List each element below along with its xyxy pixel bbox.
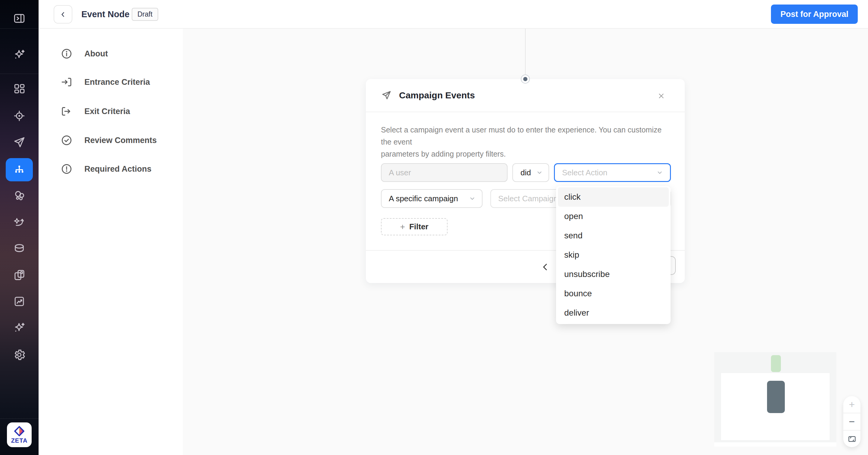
app-root: Event Node Draft Post for Approval bbox=[0, 0, 868, 455]
dropdown-option-deliver[interactable]: deliver bbox=[558, 303, 669, 322]
send-icon[interactable] bbox=[12, 136, 26, 149]
node-connector-handle[interactable] bbox=[521, 75, 530, 84]
copy-stack-icon[interactable] bbox=[12, 268, 26, 282]
panel-toggle-icon[interactable] bbox=[12, 11, 26, 25]
dropdown-option-unsubscribe[interactable]: unsubscribe bbox=[558, 265, 669, 284]
add-filter-button[interactable]: + Filter bbox=[381, 218, 447, 235]
node-settings-nav: About Entrance Criteria Exit Criteria Re… bbox=[38, 29, 183, 455]
status-badge: Draft bbox=[132, 8, 158, 21]
plus-icon: + bbox=[400, 222, 405, 232]
app-rail: ZETA bbox=[0, 0, 38, 455]
nav-item-exit-criteria[interactable]: Exit Criteria bbox=[38, 102, 183, 120]
page-title: Event Node bbox=[82, 0, 130, 29]
close-button[interactable] bbox=[656, 91, 666, 101]
close-icon bbox=[657, 92, 665, 100]
dropdown-option-click[interactable]: click bbox=[558, 188, 669, 207]
dashboard-icon[interactable] bbox=[12, 82, 26, 96]
verb-select[interactable]: did bbox=[513, 163, 549, 182]
ai-sparkle-icon[interactable] bbox=[12, 48, 26, 62]
info-icon bbox=[60, 47, 73, 60]
modal-title: Campaign Events bbox=[399, 90, 475, 101]
sparkles-icon[interactable] bbox=[12, 321, 26, 335]
action-dropdown-menu: click open send skip unsubscribe bounce … bbox=[556, 186, 671, 324]
minimap-node-green bbox=[771, 355, 781, 372]
campaign-scope-select[interactable]: A specific campaign bbox=[381, 189, 483, 208]
alert-circle-icon bbox=[60, 163, 73, 175]
minimap-area bbox=[714, 352, 836, 442]
previous-step-button[interactable] bbox=[539, 258, 552, 276]
target-icon[interactable] bbox=[12, 109, 26, 123]
chevron-left-icon bbox=[59, 11, 67, 18]
zeta-wordmark: ZETA bbox=[11, 437, 28, 444]
chevron-down-icon bbox=[536, 169, 543, 176]
dropdown-option-skip[interactable]: skip bbox=[558, 245, 669, 265]
journey-path-icon[interactable] bbox=[12, 215, 26, 229]
modal-header: Campaign Events bbox=[366, 79, 685, 112]
nav-item-label: About bbox=[84, 49, 108, 59]
dropdown-option-send[interactable]: send bbox=[558, 226, 669, 245]
fit-view-button[interactable] bbox=[843, 430, 861, 447]
nav-item-about[interactable]: About bbox=[38, 45, 183, 63]
zoom-out-button[interactable]: − bbox=[843, 413, 861, 430]
dropdown-option-open[interactable]: open bbox=[558, 207, 669, 226]
nav-item-label: Required Actions bbox=[84, 165, 152, 174]
sitemap-icon bbox=[13, 163, 26, 176]
modal-description: Select a campaign event a user must do t… bbox=[381, 124, 672, 160]
nav-item-label: Entrance Criteria bbox=[84, 78, 150, 87]
nav-item-required-actions[interactable]: Required Actions bbox=[38, 160, 183, 178]
action-select[interactable]: Select Action bbox=[554, 163, 671, 182]
nav-item-review-comments[interactable]: Review Comments bbox=[38, 131, 183, 149]
rail-divider bbox=[0, 28, 38, 29]
node-connector-line bbox=[525, 29, 526, 76]
enter-icon bbox=[60, 76, 73, 88]
fit-view-icon bbox=[847, 434, 857, 444]
chevron-down-icon bbox=[469, 195, 476, 202]
rail-divider bbox=[0, 74, 38, 74]
database-icon[interactable] bbox=[12, 241, 26, 255]
chevron-left-icon bbox=[541, 262, 550, 272]
check-circle-icon bbox=[60, 134, 73, 147]
canvas-minimap[interactable] bbox=[714, 352, 836, 447]
back-button[interactable] bbox=[54, 5, 72, 24]
post-for-approval-button[interactable]: Post for Approval bbox=[771, 4, 858, 24]
zeta-diamond-icon bbox=[13, 425, 25, 437]
zeta-logo[interactable]: ZETA bbox=[7, 422, 32, 447]
zoom-in-button[interactable]: + bbox=[843, 396, 861, 413]
exit-icon bbox=[60, 105, 73, 118]
settings-gear-icon[interactable] bbox=[12, 348, 26, 362]
nav-item-entrance-criteria[interactable]: Entrance Criteria bbox=[38, 73, 183, 91]
top-header: Event Node Draft Post for Approval bbox=[38, 0, 868, 29]
dropdown-option-bounce[interactable]: bounce bbox=[558, 284, 669, 303]
send-icon bbox=[381, 90, 392, 101]
nav-item-label: Review Comments bbox=[84, 136, 157, 145]
rail-divider bbox=[0, 419, 38, 419]
chevron-down-icon bbox=[656, 169, 663, 176]
journeys-active-item[interactable] bbox=[6, 158, 33, 181]
nav-item-label: Exit Criteria bbox=[84, 107, 130, 116]
minimap-node-gray bbox=[767, 381, 785, 413]
zoom-controls: + − bbox=[843, 396, 861, 447]
segments-icon[interactable] bbox=[12, 189, 26, 202]
report-icon[interactable] bbox=[12, 294, 26, 308]
subject-input: A user bbox=[381, 163, 507, 182]
